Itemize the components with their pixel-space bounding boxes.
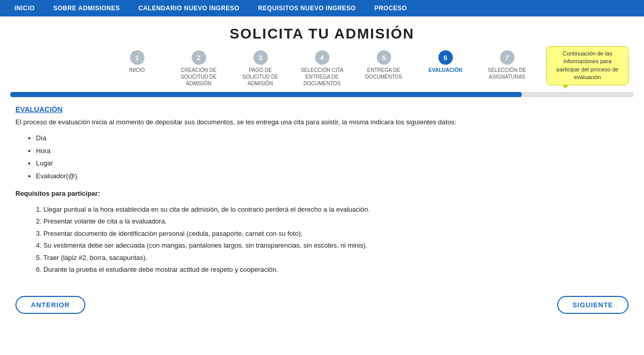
step-2-number: 2 xyxy=(192,50,206,65)
section-title: EVALUACIÓN xyxy=(15,105,629,114)
req-6: 6. Durante la prueba el estudiante debe … xyxy=(36,264,629,275)
step-5-number: 5 xyxy=(377,50,391,65)
list-item-lugar: Lugar xyxy=(36,157,629,170)
step-4-number: 4 xyxy=(315,50,329,65)
next-button[interactable]: SIGUIENTE xyxy=(557,296,629,314)
progress-bar-container xyxy=(0,89,644,97)
step-6[interactable]: 6 EVALUACIÓN xyxy=(415,50,476,73)
step-1[interactable]: 1 INICIO xyxy=(106,50,168,73)
list-item-dia: Día xyxy=(36,132,629,145)
section-list: Día Hora Lugar Evaluador(@) xyxy=(36,132,629,183)
nav-inicio[interactable]: INICIO xyxy=(5,0,44,16)
nav-proceso[interactable]: PROCESO xyxy=(365,0,416,16)
page-title: SOLICITA TU ADMISIÓN xyxy=(0,26,644,42)
req-1: 1. Llegar puntual a la hora establecida … xyxy=(36,203,629,215)
step-6-label: EVALUACIÓN xyxy=(429,67,462,73)
step-1-number: 1 xyxy=(130,50,144,65)
step-6-number: 6 xyxy=(438,50,453,65)
step-7[interactable]: 7 SELECCIÓN DE ASIGNATURAS xyxy=(476,50,538,80)
section-intro: El proceso de evaluación inicia al momen… xyxy=(15,117,629,128)
list-item-hora: Hora xyxy=(36,145,629,158)
step-1-label: INICIO xyxy=(129,67,145,73)
req-2: 2. Presentar volante de cita a la evalua… xyxy=(36,215,629,227)
requirements-list: 1. Llegar puntual a la hora establecida … xyxy=(36,203,629,275)
step-3-label: PAGO DE SOLICITUD DE ADMISIÓN xyxy=(235,67,286,87)
step-2-label: CREACIÓN DE SOLICITUD DE ADMISIÓN xyxy=(173,67,225,87)
step-5[interactable]: 5 ENTREGA DE DOCUMENTOS xyxy=(353,50,415,80)
progress-bar-fill xyxy=(10,92,522,97)
nav-requisitos[interactable]: REQUISITOS NUEVO INGRESO xyxy=(249,0,365,16)
req-5: 5. Traer (lápiz #2, borra, sacapuntas). xyxy=(36,252,629,264)
progress-bar-background xyxy=(10,92,634,97)
nav-calendario[interactable]: CALENDARIO NUEVO INGRESO xyxy=(129,0,249,16)
step-7-label: SELECCIÓN DE ASIGNATURAS xyxy=(482,67,533,80)
steps-container: 1 INICIO 2 CREACIÓN DE SOLICITUD DE ADMI… xyxy=(0,46,644,89)
step-7-number: 7 xyxy=(500,50,514,65)
step-5-label: ENTREGA DE DOCUMENTOS xyxy=(358,67,410,80)
req-3: 3. Presentar documento de identificación… xyxy=(36,228,629,239)
top-navigation: INICIO SOBRE ADMISIONES CALENDARIO NUEVO… xyxy=(0,0,644,16)
bottom-buttons: ANTERIOR SIGUIENTE xyxy=(0,286,644,322)
step-4-label: SELECCIÓN CITA ENTREGA DE DOCUMENTOS xyxy=(297,67,348,87)
step-2[interactable]: 2 CREACIÓN DE SOLICITUD DE ADMISIÓN xyxy=(168,50,230,87)
req-title: Requisitos para participar: xyxy=(15,188,629,199)
tooltip-bubble: Continuación de las informaciones para p… xyxy=(546,46,629,85)
page-title-area: SOLICITA TU ADMISIÓN xyxy=(0,16,644,46)
prev-button[interactable]: ANTERIOR xyxy=(15,296,85,314)
list-item-evaluador: Evaluador(@) xyxy=(36,170,629,183)
nav-sobre[interactable]: SOBRE ADMISIONES xyxy=(44,0,130,16)
content-area: EVALUACIÓN El proceso de evaluación inic… xyxy=(0,97,644,286)
req-4: 4. Su vestimenta debe ser adecuada (con … xyxy=(36,239,629,251)
step-4[interactable]: 4 SELECCIÓN CITA ENTREGA DE DOCUMENTOS xyxy=(291,50,353,87)
step-3-number: 3 xyxy=(253,50,268,65)
step-3[interactable]: 3 PAGO DE SOLICITUD DE ADMISIÓN xyxy=(230,50,291,87)
